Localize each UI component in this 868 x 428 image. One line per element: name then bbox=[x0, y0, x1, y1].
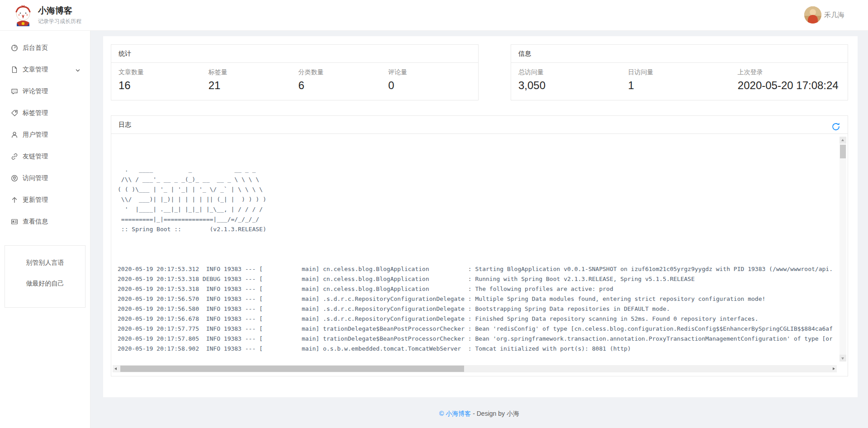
sidebar-item-label: 后台首页 bbox=[23, 44, 48, 52]
stats-card-title: 统计 bbox=[111, 45, 478, 63]
copyright-symbol: © bbox=[439, 410, 446, 417]
sidebar: 后台首页 文章管理 评论管理 bbox=[0, 31, 90, 428]
user-menu[interactable]: 禾几海 bbox=[804, 6, 844, 24]
scroll-down-arrow[interactable] bbox=[840, 355, 846, 361]
stat-value: 1 bbox=[628, 79, 737, 92]
stat-value: 21 bbox=[209, 79, 299, 92]
sidebar-item-label: 查看信息 bbox=[23, 218, 48, 226]
stat-article-count: 文章数量 16 bbox=[119, 68, 209, 92]
sidebar-item-info[interactable]: 查看信息 bbox=[0, 211, 90, 233]
stat-value: 16 bbox=[119, 79, 209, 92]
stat-label: 文章数量 bbox=[119, 68, 209, 76]
sidebar-item-tags[interactable]: 标签管理 bbox=[0, 102, 90, 124]
info-card-body: 总访问量 3,050 日访问量 1 上次登录 2020-05-20 17:08:… bbox=[511, 63, 848, 92]
info-card: 信息 总访问量 3,050 日访问量 1 上次登录 2020-05-20 17:… bbox=[511, 44, 848, 100]
stat-daily-visits: 日访问量 1 bbox=[628, 68, 737, 92]
sidebar-item-label: 友链管理 bbox=[23, 152, 48, 161]
content-panel: 统计 文章数量 16 标签量 21 分类数量 6 评论量 bbox=[103, 36, 858, 397]
sidebar-item-label: 访问管理 bbox=[23, 174, 48, 182]
sidebar-item-comments[interactable]: 评论管理 bbox=[0, 81, 90, 102]
sidebar-item-users[interactable]: 用户管理 bbox=[0, 124, 90, 146]
stat-value: 2020-05-20 17:08:24 bbox=[738, 79, 847, 92]
stat-label: 总访问量 bbox=[518, 68, 628, 76]
brand: 小海博客 记录学习成长历程 bbox=[13, 5, 81, 26]
stat-label: 评论量 bbox=[388, 68, 478, 76]
horizontal-scrollbar[interactable] bbox=[113, 365, 837, 372]
stat-category-count: 分类数量 6 bbox=[299, 68, 389, 92]
footer-designby: - Design by 小海 bbox=[471, 410, 519, 417]
top-header: 小海博客 记录学习成长历程 禾几海 bbox=[0, 0, 868, 31]
link-icon bbox=[11, 153, 18, 160]
idcard-icon bbox=[11, 218, 18, 225]
stat-label: 日访问量 bbox=[628, 68, 737, 76]
stat-comment-count: 评论量 0 bbox=[388, 68, 478, 92]
sidebar-item-articles[interactable]: 文章管理 bbox=[0, 59, 90, 81]
stat-label: 上次登录 bbox=[738, 68, 847, 76]
scroll-right-arrow[interactable] bbox=[830, 365, 837, 372]
sidebar-item-label: 文章管理 bbox=[23, 66, 48, 74]
stats-card-body: 文章数量 16 标签量 21 分类数量 6 评论量 0 bbox=[111, 63, 478, 92]
scroll-up-arrow[interactable] bbox=[840, 137, 846, 143]
footer-site-link[interactable]: 小海博客 bbox=[446, 410, 471, 417]
site-logo-icon bbox=[13, 5, 33, 26]
site-title: 小海博客 bbox=[38, 5, 81, 16]
vertical-scrollbar-thumb[interactable] bbox=[840, 145, 846, 158]
visit-icon bbox=[11, 175, 18, 182]
stat-label: 分类数量 bbox=[299, 68, 389, 76]
username: 禾几海 bbox=[824, 11, 844, 19]
chevron-down-icon[interactable] bbox=[76, 67, 80, 71]
stats-card: 统计 文章数量 16 标签量 21 分类数量 6 评论量 bbox=[111, 44, 479, 100]
log-lines: 2020-05-19 20:17:53.312 INFO 19383 --- [… bbox=[118, 264, 832, 356]
stat-total-visits: 总访问量 3,050 bbox=[518, 68, 628, 92]
stat-value: 0 bbox=[388, 79, 478, 92]
sidebar-item-links[interactable]: 友链管理 bbox=[0, 146, 90, 167]
motto-line-1: 别管别人言语 bbox=[5, 258, 85, 266]
stat-label: 标签量 bbox=[209, 68, 299, 76]
file-icon bbox=[11, 66, 18, 73]
user-avatar[interactable] bbox=[804, 6, 821, 24]
reload-icon[interactable] bbox=[831, 120, 840, 129]
sidebar-item-label: 标签管理 bbox=[23, 109, 48, 117]
log-text: . ____ _ __ _ _ /\\ / ___'_ __ _ _(_)_ _… bbox=[118, 145, 832, 356]
sidebar-item-visits[interactable]: 访问管理 bbox=[0, 167, 90, 189]
stat-last-login: 上次登录 2020-05-20 17:08:24 bbox=[738, 68, 847, 92]
tag-icon bbox=[11, 109, 18, 117]
vertical-scrollbar[interactable] bbox=[840, 137, 846, 361]
footer: © 小海博客 - Design by 小海 bbox=[90, 410, 868, 418]
sidebar-item-dashboard[interactable]: 后台首页 bbox=[0, 37, 90, 59]
dashboard-icon bbox=[11, 44, 18, 52]
main-area: 统计 文章数量 16 标签量 21 分类数量 6 评论量 bbox=[90, 31, 868, 428]
summary-cards-row: 统计 文章数量 16 标签量 21 分类数量 6 评论量 bbox=[111, 44, 848, 100]
scroll-left-arrow[interactable] bbox=[113, 365, 119, 372]
log-viewer: . ____ _ __ _ _ /\\ / ___'_ __ _ _(_)_ _… bbox=[111, 134, 848, 376]
comment-icon bbox=[11, 88, 18, 95]
motto-line-2: 做最好的自己 bbox=[5, 279, 85, 287]
stat-tag-count: 标签量 21 bbox=[209, 68, 299, 92]
horizontal-scrollbar-thumb[interactable] bbox=[120, 366, 464, 372]
sidebar-item-updates[interactable]: 更新管理 bbox=[0, 189, 90, 211]
info-card-title: 信息 bbox=[511, 45, 848, 63]
sidebar-item-label: 更新管理 bbox=[23, 196, 48, 204]
spring-boot-banner: . ____ _ __ _ _ /\\ / ___'_ __ _ _(_)_ _… bbox=[118, 165, 832, 234]
user-icon bbox=[11, 131, 18, 138]
log-card: 日志 . ____ _ __ _ _ /\\ / ___'_ __ _ _(_)… bbox=[111, 115, 848, 376]
log-card-title: 日志 bbox=[119, 121, 131, 128]
brand-text: 小海博客 记录学习成长历程 bbox=[38, 5, 81, 25]
motto-box: 别管别人言语 做最好的自己 bbox=[5, 245, 85, 308]
sidebar-item-label: 用户管理 bbox=[23, 131, 48, 139]
arrow-up-icon bbox=[11, 196, 18, 204]
stat-value: 6 bbox=[299, 79, 389, 92]
sidebar-nav: 后台首页 文章管理 评论管理 bbox=[0, 31, 90, 233]
sidebar-item-label: 评论管理 bbox=[23, 87, 48, 95]
stat-value: 3,050 bbox=[518, 79, 628, 92]
site-subtitle: 记录学习成长历程 bbox=[38, 18, 81, 25]
